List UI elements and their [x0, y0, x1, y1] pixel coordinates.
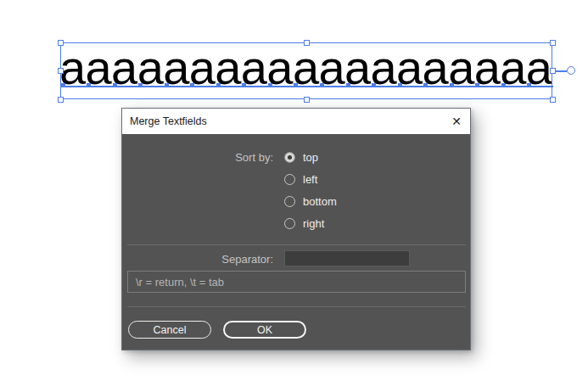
- textfield-baseline: [64, 86, 87, 87]
- radio-option-left[interactable]: left: [284, 172, 317, 186]
- textfield-anchor[interactable]: [501, 83, 506, 87]
- textfield-anchor[interactable]: [475, 83, 479, 87]
- textfield-anchor[interactable]: [165, 83, 169, 87]
- textfield-baseline: [350, 86, 372, 87]
- textfield-anchor[interactable]: [216, 83, 221, 87]
- divider: [127, 306, 466, 307]
- textfield-baseline: [220, 86, 243, 87]
- ok-button[interactable]: OK: [223, 321, 306, 339]
- radio-option-label: right: [303, 217, 324, 230]
- textfield-anchor[interactable]: [190, 83, 194, 87]
- radio-option-right[interactable]: right: [284, 216, 324, 230]
- textfield-anchor[interactable]: [398, 83, 402, 87]
- selection-handle-top-right[interactable]: [550, 40, 556, 46]
- textfield-anchor[interactable]: [423, 83, 428, 87]
- radio-button-icon[interactable]: [284, 152, 295, 163]
- selection-handle-top-center[interactable]: [304, 40, 310, 46]
- textfield-baseline: [297, 86, 320, 87]
- selection-handle-connector: [556, 70, 567, 72]
- textfield-baseline: [505, 86, 528, 87]
- selection-handle-top-left[interactable]: [58, 40, 64, 46]
- textfield-baseline: [530, 86, 553, 87]
- hint-box: \r = return, \t = tab: [127, 271, 466, 293]
- merge-textfields-dialog: Merge Textfields ✕ Sort by: top left bot…: [121, 108, 471, 350]
- selection-handle-bottom-right[interactable]: [550, 97, 556, 103]
- textfield-baseline: [168, 86, 191, 87]
- radio-option-bottom[interactable]: bottom: [284, 194, 337, 208]
- textfield-anchor[interactable]: [527, 83, 531, 87]
- textfield-anchor[interactable]: [61, 83, 65, 87]
- artboard-canvas: { "canvas": { "text_row": "aaaaaaaaaaaaa…: [0, 0, 588, 381]
- hint-text: \r = return, \t = tab: [136, 276, 224, 289]
- textfield-anchor[interactable]: [138, 83, 143, 87]
- selection-bounding-box[interactable]: [60, 42, 552, 99]
- textfield-baseline: [272, 86, 294, 87]
- selection-handle-bottom-center[interactable]: [304, 97, 310, 103]
- textfield-baseline: [90, 86, 113, 87]
- divider: [127, 244, 466, 245]
- radio-button-icon[interactable]: [284, 174, 295, 185]
- textfield-anchor[interactable]: [268, 83, 272, 87]
- selection-handle-middle-left[interactable]: [58, 68, 64, 74]
- textfield-anchor[interactable]: [242, 83, 246, 87]
- cancel-button[interactable]: Cancel: [128, 321, 211, 339]
- radio-option-top[interactable]: top: [284, 150, 318, 164]
- separator-label: Separator:: [137, 253, 273, 266]
- selection-circle-handle[interactable]: [567, 66, 575, 75]
- textfield-baseline: [193, 86, 216, 87]
- textfield-baseline: [323, 86, 346, 87]
- radio-option-label: left: [303, 173, 317, 186]
- radio-option-label: bottom: [303, 195, 337, 208]
- close-icon[interactable]: ✕: [447, 112, 466, 131]
- sort-by-label: Sort by:: [137, 151, 273, 164]
- selection-handle-bottom-left[interactable]: [58, 97, 64, 103]
- textfield-anchor[interactable]: [346, 83, 350, 87]
- dialog-titlebar[interactable]: Merge Textfields ✕: [122, 109, 470, 134]
- textfield-baseline: [427, 86, 450, 87]
- textfield-baseline: [245, 86, 268, 87]
- separator-input[interactable]: [284, 250, 410, 266]
- radio-option-label: top: [303, 151, 318, 164]
- textfield-anchor[interactable]: [372, 83, 376, 87]
- textfield-baseline: [479, 86, 501, 87]
- textfield-baseline: [375, 86, 398, 87]
- textfield-baseline: [142, 86, 165, 87]
- dialog-title: Merge Textfields: [130, 115, 207, 127]
- radio-button-icon[interactable]: [284, 196, 295, 207]
- radio-button-icon[interactable]: [284, 218, 295, 229]
- textfield-anchor[interactable]: [294, 83, 298, 87]
- textfield-anchor[interactable]: [87, 83, 91, 87]
- textfield-anchor[interactable]: [113, 83, 117, 87]
- textfield-baseline: [453, 86, 476, 87]
- textfield-anchor[interactable]: [320, 83, 324, 87]
- selection-handle-middle-right[interactable]: [550, 68, 556, 74]
- textfield-baseline: [116, 86, 139, 87]
- textfield-anchor[interactable]: [450, 83, 454, 87]
- textfield-baseline: [401, 86, 424, 87]
